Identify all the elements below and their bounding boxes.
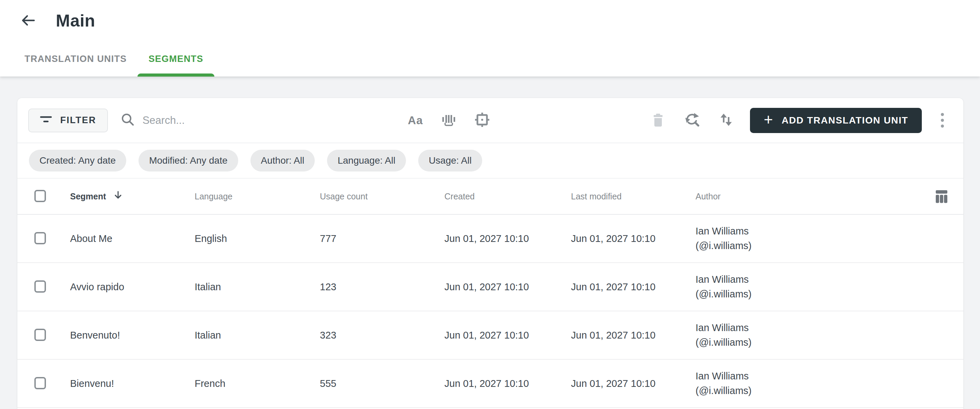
- author-name: Ian Williams: [695, 272, 865, 287]
- back-button[interactable]: [20, 12, 37, 29]
- table-row[interactable]: Bienvenu! French 555 Jun 01, 2027 10:10 …: [18, 360, 963, 408]
- chip-created[interactable]: Created: Any date: [29, 150, 126, 172]
- column-header-created[interactable]: Created: [444, 192, 571, 201]
- sort-arrow-down-icon: [113, 190, 123, 202]
- select-all-checkbox[interactable]: [34, 190, 46, 202]
- cell-created: Jun 01, 2027 10:10: [444, 282, 571, 293]
- author-name: Ian Williams: [695, 369, 865, 384]
- table-header: Segment Language Usage count Created Las…: [18, 179, 963, 215]
- search-input[interactable]: [142, 114, 407, 127]
- arrow-left-icon: [20, 12, 37, 30]
- delete-button[interactable]: [650, 112, 666, 129]
- toolbar: FILTER Aa: [18, 98, 963, 143]
- page-title: Main: [56, 11, 95, 30]
- column-header-author[interactable]: Author: [695, 192, 865, 201]
- search-box: [121, 113, 407, 128]
- cell-author: Ian Williams (@i.williams): [695, 320, 865, 350]
- add-translation-unit-button[interactable]: + ADD TRANSLATION UNIT: [750, 108, 922, 133]
- find-replace-button[interactable]: [684, 112, 700, 129]
- barcode-icon: [441, 112, 456, 129]
- tab-label: SEGMENTS: [148, 54, 203, 64]
- column-settings-button[interactable]: [933, 188, 950, 205]
- author-name: Ian Williams: [695, 320, 865, 335]
- column-header-last-modified[interactable]: Last modified: [571, 192, 695, 201]
- match-word-button[interactable]: [441, 112, 457, 129]
- header-settings-cell: [865, 188, 950, 205]
- author-name: Ian Williams: [695, 224, 865, 239]
- segments-card: FILTER Aa: [17, 98, 964, 409]
- plus-icon: +: [764, 111, 773, 127]
- cell-segment: Benvenuto!: [70, 330, 195, 341]
- match-case-icon: Aa: [408, 114, 423, 127]
- swap-vert-icon: [718, 112, 734, 129]
- column-header-usage-count[interactable]: Usage count: [320, 192, 444, 201]
- page-header: Main TRANSLATION UNITS SEGMENTS: [0, 0, 980, 76]
- refresh-search-icon: [684, 112, 700, 129]
- cell-created: Jun 01, 2027 10:10: [444, 378, 571, 389]
- cell-created: Jun 01, 2027 10:10: [444, 233, 571, 244]
- column-header-segment[interactable]: Segment: [70, 190, 195, 202]
- table-columns-icon: [934, 188, 949, 205]
- match-case-button[interactable]: Aa: [407, 112, 424, 129]
- cell-author: Ian Williams (@i.williams): [695, 272, 865, 301]
- add-button-label: ADD TRANSLATION UNIT: [782, 115, 908, 126]
- selection-frame-icon: [474, 112, 490, 129]
- cell-author: Ian Williams (@i.williams): [695, 369, 865, 398]
- search-icon: [121, 113, 135, 128]
- title-row: Main: [0, 0, 980, 41]
- content-area: FILTER Aa: [0, 98, 980, 409]
- cell-created: Jun 01, 2027 10:10: [444, 330, 571, 341]
- cell-last-modified: Jun 01, 2027 10:10: [571, 233, 695, 244]
- cell-segment: Bienvenu!: [70, 378, 195, 389]
- cell-language: Italian: [195, 282, 320, 293]
- cell-language: English: [195, 233, 320, 244]
- filter-icon: [40, 113, 52, 127]
- sort-button[interactable]: [718, 112, 734, 129]
- header-checkbox-cell: [31, 190, 70, 203]
- author-handle: (@i.williams): [695, 335, 865, 350]
- filter-chips-row: Created: Any date Modified: Any date Aut…: [18, 143, 963, 179]
- tab-segments[interactable]: SEGMENTS: [137, 41, 214, 76]
- row-checkbox[interactable]: [34, 280, 46, 293]
- author-handle: (@i.williams): [695, 239, 865, 253]
- author-handle: (@i.williams): [695, 287, 865, 301]
- chip-language[interactable]: Language: All: [327, 150, 406, 172]
- row-checkbox[interactable]: [34, 377, 46, 389]
- row-checkbox[interactable]: [34, 232, 46, 244]
- cell-author: Ian Williams (@i.williams): [695, 224, 865, 253]
- cell-segment: About Me: [70, 233, 195, 244]
- table-row[interactable]: About Me English 777 Jun 01, 2027 10:10 …: [18, 215, 963, 263]
- tab-bar: TRANSLATION UNITS SEGMENTS: [0, 41, 980, 76]
- more-menu-button[interactable]: [935, 111, 950, 130]
- cell-usage-count: 777: [320, 233, 444, 244]
- author-handle: (@i.williams): [695, 384, 865, 398]
- cell-segment: Avvio rapido: [70, 282, 195, 293]
- chip-author[interactable]: Author: All: [250, 150, 315, 172]
- chip-usage[interactable]: Usage: All: [418, 150, 482, 172]
- cell-usage-count: 555: [320, 378, 444, 389]
- cell-language: French: [195, 378, 320, 389]
- cell-last-modified: Jun 01, 2027 10:10: [571, 378, 695, 389]
- search-options: Aa: [407, 112, 490, 129]
- table-row[interactable]: Benvenuto! Italian 323 Jun 01, 2027 10:1…: [18, 311, 963, 360]
- filter-button[interactable]: FILTER: [28, 108, 108, 132]
- row-checkbox[interactable]: [34, 329, 46, 341]
- chip-modified[interactable]: Modified: Any date: [138, 150, 238, 172]
- cell-usage-count: 323: [320, 330, 444, 341]
- column-header-language[interactable]: Language: [195, 192, 320, 201]
- cell-usage-count: 123: [320, 282, 444, 293]
- cell-language: Italian: [195, 330, 320, 341]
- trash-icon: [651, 112, 665, 128]
- tab-translation-units[interactable]: TRANSLATION UNITS: [14, 41, 137, 76]
- exact-match-button[interactable]: [474, 112, 490, 129]
- vertical-dots-icon: [941, 113, 944, 116]
- cell-last-modified: Jun 01, 2027 10:10: [571, 330, 695, 341]
- cell-last-modified: Jun 01, 2027 10:10: [571, 282, 695, 293]
- toolbar-actions: [650, 112, 734, 129]
- filter-button-label: FILTER: [60, 115, 96, 126]
- table-row[interactable]: Avvio rapido Italian 123 Jun 01, 2027 10…: [18, 263, 963, 311]
- tab-label: TRANSLATION UNITS: [24, 54, 127, 64]
